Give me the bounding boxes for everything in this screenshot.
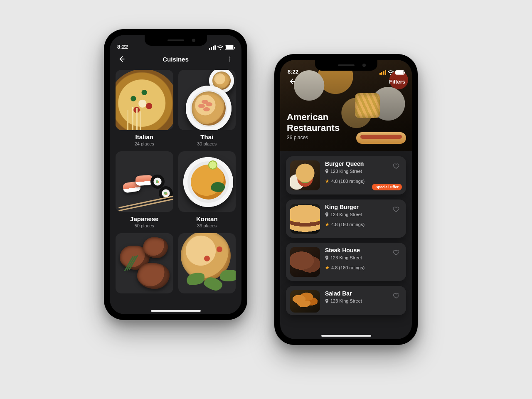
restaurant-card[interactable]: King Burger 123 King Street ★ 4.8 (180 r… [286,200,406,238]
star-icon: ★ [325,265,330,270]
phone-cuisines: 8:22 Cuisines [104,29,247,320]
special-offer-badge: Special Offer [372,184,402,190]
cuisine-count: 50 places [135,223,154,228]
cuisine-name: Korean [196,215,218,222]
hero-subtitle: 36 places [287,135,340,140]
cuisine-image [116,233,173,293]
star-icon: ★ [325,179,330,184]
svg-point-0 [229,57,230,57]
cuisine-tile-bbq[interactable] [116,233,173,293]
pin-icon [325,299,329,303]
screen: 8:22 Cuisines [110,35,241,314]
restaurant-image [290,160,320,190]
cuisine-grid: Italian 24 places Thai 30 places [110,70,241,293]
favorite-button[interactable] [390,247,402,259]
battery-icon [395,70,404,75]
restaurant-card[interactable]: Burger Queen 123 King Street ★ 4.8 (180 … [286,156,406,195]
status-right [379,70,405,75]
wifi-icon [388,70,394,75]
restaurant-rating: ★ 4.8 (180 ratings) [325,222,401,227]
home-indicator [151,310,201,312]
signal-icon [379,70,387,75]
svg-point-1 [229,59,230,59]
restaurant-rating: ★ 4.8 (180 ratings) [325,265,401,270]
star-icon: ★ [325,222,330,227]
restaurant-address: 123 King Street [325,212,401,217]
cuisine-name: Thai [200,133,213,140]
restaurant-image [290,247,320,277]
cuisine-count: 36 places [197,223,217,228]
back-button[interactable] [286,76,298,87]
restaurant-name: Salad Bar [325,290,401,297]
cuisine-tile-thai[interactable]: Thai 30 places [178,70,236,146]
back-button[interactable] [116,53,127,65]
cuisine-image [116,70,173,130]
pin-icon [325,212,329,217]
cuisine-image [178,151,236,212]
screen: 8:22 Filters [280,60,412,339]
cuisine-tile-korean[interactable]: Korean 36 places [178,151,236,228]
restaurant-address: 123 King Street [325,169,401,174]
notch [145,35,207,46]
wifi-icon [217,45,223,50]
restaurant-name: King Burger [325,204,401,210]
notch [315,60,377,71]
favorite-button[interactable] [390,160,402,172]
svg-point-2 [229,60,230,61]
restaurant-name: Burger Queen [325,160,401,167]
restaurant-address: 123 King Street [325,298,401,303]
status-time: 8:22 [117,44,128,50]
page-title: Cuisines [163,56,189,63]
restaurant-card[interactable]: Steak House 123 King Street ★ 4.8 (180 r… [286,243,406,281]
restaurant-address: 123 King Street [325,255,401,260]
phone-restaurants: 8:22 Filters [274,54,418,345]
hero-header: 8:22 Filters [280,60,412,151]
filters-button[interactable]: Filters [389,79,405,85]
cuisine-count: 30 places [197,141,217,146]
app-bar: Cuisines [110,51,241,70]
restaurant-image [290,290,320,313]
cuisine-name: Japanese [130,215,158,222]
restaurant-name: Steak House [325,247,401,254]
cuisine-tile-salad[interactable] [178,233,236,293]
restaurant-list[interactable]: Burger Queen 123 King Street ★ 4.8 (180 … [280,151,412,315]
restaurant-card[interactable]: Salad Bar 123 King Street [286,286,406,315]
battery-icon [225,45,234,50]
status-time: 8:22 [288,69,298,75]
signal-icon [209,45,216,50]
pin-icon [325,169,329,174]
cuisine-name: Italian [135,133,153,140]
status-right [209,45,234,50]
cuisine-image [116,151,173,212]
hero-title-line1: American [287,112,328,122]
restaurant-image [290,204,320,234]
hero-title: American Restaurants 36 places [287,112,340,140]
more-button[interactable] [224,53,236,65]
cuisine-image [178,233,236,293]
cuisine-image [178,70,236,130]
canvas: 8:22 Cuisines [17,17,515,382]
pin-icon [325,256,329,260]
restaurant-rating: ★ 4.8 (180 ratings) [325,179,401,184]
favorite-button[interactable] [390,290,402,302]
cuisine-tile-italian[interactable]: Italian 24 places [116,70,173,146]
home-indicator [321,335,371,337]
cuisine-count: 24 places [135,141,154,146]
cuisine-tile-japanese[interactable]: Japanese 50 places [116,151,173,228]
favorite-button[interactable] [390,204,402,215]
hero-title-line2: Restaurants [287,123,340,133]
